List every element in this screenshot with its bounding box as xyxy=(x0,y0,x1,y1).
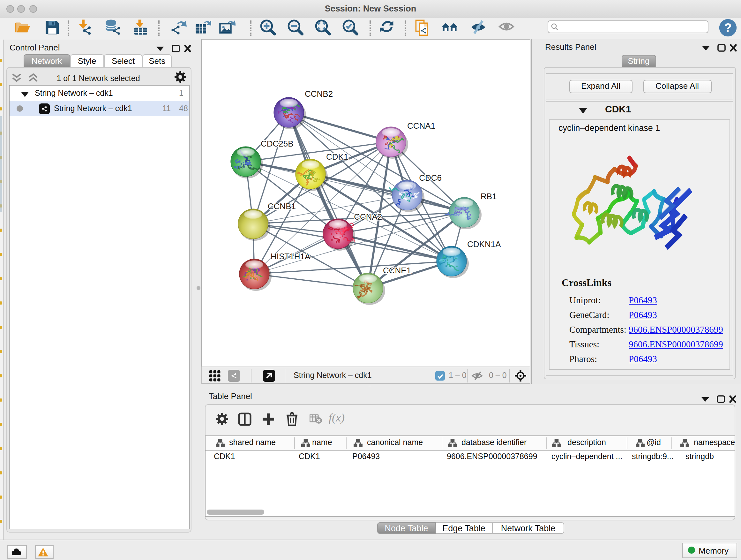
svg-text:CCNA2: CCNA2 xyxy=(354,212,382,222)
svg-text:CCNE1: CCNE1 xyxy=(383,266,411,275)
svg-text:CDKN1A: CDKN1A xyxy=(467,240,501,249)
svg-text:HIST1H1A: HIST1H1A xyxy=(271,252,311,261)
svg-text:CDC6: CDC6 xyxy=(419,173,442,183)
svg-text:CDC25B: CDC25B xyxy=(261,139,293,148)
svg-text:CCNB1: CCNB1 xyxy=(268,201,296,211)
svg-text:CCNB2: CCNB2 xyxy=(305,89,333,99)
svg-text:RB1: RB1 xyxy=(481,192,497,201)
svg-text:CDK1: CDK1 xyxy=(326,152,348,162)
svg-text:?: ? xyxy=(724,21,731,34)
svg-text:CCNA1: CCNA1 xyxy=(407,121,435,131)
